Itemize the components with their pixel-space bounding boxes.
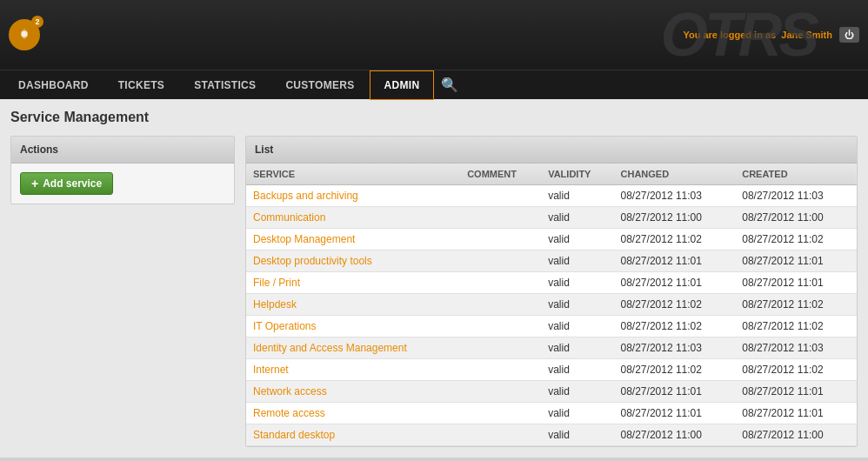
table-row: Helpdeskvalid08/27/2012 11:0208/27/2012 … xyxy=(246,294,857,316)
nav-dashboard[interactable]: DASHBOARD xyxy=(3,70,103,100)
table-cell-created: 08/27/2012 11:00 xyxy=(735,207,857,229)
table-cell-validity: valid xyxy=(541,359,613,381)
table-cell-changed: 08/27/2012 11:01 xyxy=(614,251,736,272)
table-row: Standard desktopvalid08/27/2012 11:0008/… xyxy=(246,424,857,446)
table-cell-created: 08/27/2012 11:01 xyxy=(735,381,857,403)
sidebar-section-header-actions: Actions xyxy=(11,137,234,164)
table-cell-changed: 08/27/2012 11:02 xyxy=(614,359,736,381)
sidebar-section-actions: Actions + Add service xyxy=(10,136,235,204)
col-header-validity: VALIDITY xyxy=(541,164,613,185)
nav-admin[interactable]: ADMIN xyxy=(370,70,435,100)
plus-icon: + xyxy=(31,177,38,190)
otrs-background-logo: OTRS xyxy=(661,0,816,70)
nav-bar: DASHBOARD TICKETS STATISTICS CUSTOMERS A… xyxy=(0,70,868,99)
table-row: Internetvalid08/27/2012 11:0208/27/2012 … xyxy=(246,359,857,381)
service-link[interactable]: Standard desktop xyxy=(253,429,335,441)
table-cell-comment xyxy=(460,337,541,359)
table-cell-comment xyxy=(460,229,541,251)
table-cell-validity: valid xyxy=(541,294,613,316)
service-table: SERVICE COMMENT VALIDITY CHANGED CREATED… xyxy=(246,164,857,446)
table-cell-changed: 08/27/2012 11:00 xyxy=(614,424,736,446)
table-row: File / Printvalid08/27/2012 11:0108/27/2… xyxy=(246,272,857,294)
col-header-service: SERVICE xyxy=(246,164,460,185)
service-link[interactable]: Desktop Management xyxy=(253,233,355,245)
table-cell-service: Identity and Access Management xyxy=(246,337,460,359)
table-cell-changed: 08/27/2012 11:00 xyxy=(614,207,736,229)
table-cell-comment xyxy=(460,359,541,381)
nav-tickets[interactable]: TICKETS xyxy=(103,70,179,100)
table-cell-comment xyxy=(460,207,541,229)
list-panel-header: List xyxy=(246,137,857,164)
logo-icon[interactable]: 2 xyxy=(9,19,40,50)
main-layout: Actions + Add service List SERVICE COMME… xyxy=(10,136,858,447)
svg-point-1 xyxy=(21,30,27,37)
sidebar: Actions + Add service xyxy=(10,136,235,447)
table-cell-created: 08/27/2012 11:01 xyxy=(735,272,857,294)
logout-button[interactable]: ⏻ xyxy=(839,27,859,43)
table-cell-changed: 08/27/2012 11:01 xyxy=(614,381,736,403)
table-cell-service: Internet xyxy=(246,359,460,381)
table-cell-service: File / Print xyxy=(246,272,460,294)
service-link[interactable]: Identity and Access Management xyxy=(253,342,407,354)
table-cell-validity: valid xyxy=(541,272,613,294)
table-header-row: SERVICE COMMENT VALIDITY CHANGED CREATED xyxy=(246,164,857,185)
table-cell-changed: 08/27/2012 11:02 xyxy=(614,294,736,316)
table-cell-created: 08/27/2012 11:02 xyxy=(735,294,857,316)
table-cell-created: 08/27/2012 11:02 xyxy=(735,229,857,251)
service-link[interactable]: Remote access xyxy=(253,407,325,419)
table-cell-validity: valid xyxy=(541,403,613,424)
table-cell-created: 08/27/2012 11:01 xyxy=(735,403,857,424)
nav-customers[interactable]: CUSTOMERS xyxy=(270,70,369,100)
table-cell-created: 08/27/2012 11:00 xyxy=(735,424,857,446)
table-cell-validity: valid xyxy=(541,185,613,207)
col-header-created: CREATED xyxy=(735,164,857,185)
table-cell-created: 08/27/2012 11:02 xyxy=(735,359,857,381)
table-cell-comment xyxy=(460,316,541,337)
table-cell-changed: 08/27/2012 11:01 xyxy=(614,272,736,294)
table-cell-service: IT Operations xyxy=(246,316,460,337)
col-header-changed: CHANGED xyxy=(614,164,736,185)
service-link[interactable]: Internet xyxy=(253,364,289,376)
add-service-label: Add service xyxy=(43,177,102,190)
table-cell-changed: 08/27/2012 11:02 xyxy=(614,316,736,337)
table-cell-validity: valid xyxy=(541,316,613,337)
table-cell-created: 08/27/2012 11:03 xyxy=(735,337,857,359)
service-link[interactable]: Desktop productivity tools xyxy=(253,255,372,267)
nav-statistics[interactable]: STATISTICS xyxy=(179,70,270,100)
table-cell-comment xyxy=(460,185,541,207)
table-cell-created: 08/27/2012 11:03 xyxy=(735,185,857,207)
service-link[interactable]: IT Operations xyxy=(253,320,316,332)
table-cell-validity: valid xyxy=(541,229,613,251)
table-row: Desktop productivity toolsvalid08/27/201… xyxy=(246,251,857,272)
table-cell-service: Standard desktop xyxy=(246,424,460,446)
table-cell-created: 08/27/2012 11:01 xyxy=(735,251,857,272)
table-row: Desktop Managementvalid08/27/2012 11:020… xyxy=(246,229,857,251)
service-link[interactable]: Backups and archiving xyxy=(253,190,358,202)
header: 2 OTRS You are logged in as Jane Smith ⏻ xyxy=(0,0,868,70)
table-cell-comment xyxy=(460,294,541,316)
table-row: Remote accessvalid08/27/2012 11:0108/27/… xyxy=(246,403,857,424)
service-link[interactable]: File / Print xyxy=(253,277,300,289)
service-link[interactable]: Network access xyxy=(253,385,327,398)
service-link[interactable]: Communication xyxy=(253,211,325,224)
table-cell-validity: valid xyxy=(541,381,613,403)
table-cell-comment xyxy=(460,424,541,446)
notification-badge: 2 xyxy=(31,16,43,28)
table-row: Backups and archivingvalid08/27/2012 11:… xyxy=(246,185,857,207)
table-cell-changed: 08/27/2012 11:03 xyxy=(614,185,736,207)
table-cell-changed: 08/27/2012 11:03 xyxy=(614,337,736,359)
table-cell-comment xyxy=(460,381,541,403)
table-cell-validity: valid xyxy=(541,337,613,359)
table-cell-comment xyxy=(460,251,541,272)
search-icon[interactable]: 🔍 xyxy=(434,77,465,93)
table-cell-service: Network access xyxy=(246,381,460,403)
table-cell-validity: valid xyxy=(541,251,613,272)
service-link[interactable]: Helpdesk xyxy=(253,298,297,311)
list-panel: List SERVICE COMMENT VALIDITY CHANGED CR… xyxy=(245,136,858,447)
page-title: Service Management xyxy=(10,110,858,125)
sidebar-section-body-actions: + Add service xyxy=(11,164,234,204)
table-cell-changed: 08/27/2012 11:02 xyxy=(614,229,736,251)
table-row: Identity and Access Managementvalid08/27… xyxy=(246,337,857,359)
table-body: Backups and archivingvalid08/27/2012 11:… xyxy=(246,185,857,446)
add-service-button[interactable]: + Add service xyxy=(20,172,113,195)
